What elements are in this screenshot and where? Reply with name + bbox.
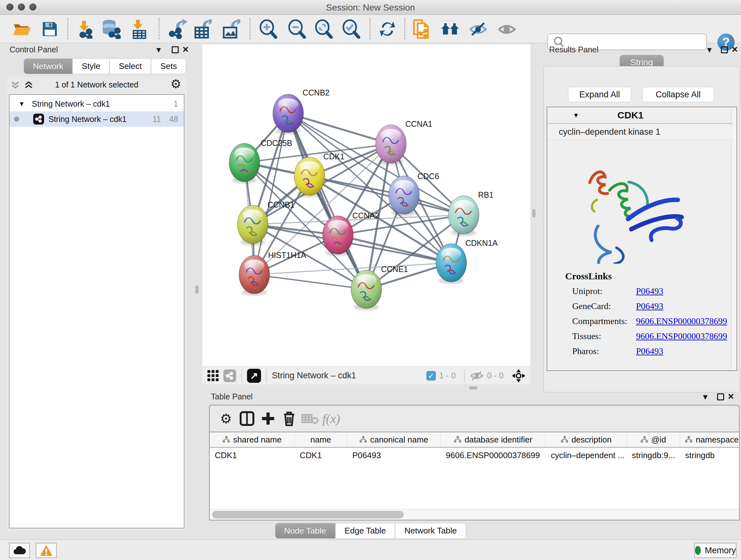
crosslink-link[interactable]: 9606.ENSP00000378699 (636, 331, 727, 341)
zoom-selected-icon[interactable] (341, 19, 361, 39)
expand-all-button[interactable]: Expand All (568, 87, 631, 102)
results-scrollbar[interactable] (731, 108, 736, 370)
first-neighbors-icon[interactable] (440, 19, 460, 39)
tab-node-table[interactable]: Node Table (275, 523, 335, 539)
export-image-icon[interactable] (221, 19, 241, 39)
import-network-database-icon[interactable] (100, 19, 121, 39)
delete-column-icon[interactable] (279, 408, 300, 429)
show-columns-icon[interactable] (237, 408, 258, 429)
panel-float-icon[interactable] (721, 46, 728, 53)
delete-table-icon[interactable] (300, 408, 321, 429)
zoom-in-icon[interactable] (258, 19, 278, 39)
cell-@id[interactable]: stringdb:9... (627, 448, 680, 462)
node-CDC25B[interactable] (229, 143, 260, 184)
tab-select[interactable]: Select (110, 58, 151, 74)
panel-float-icon[interactable] (172, 46, 179, 53)
tab-sets[interactable]: Sets (151, 58, 186, 74)
panel-menu-icon[interactable]: ▾ (156, 44, 161, 55)
panel-menu-icon[interactable]: ▾ (703, 391, 708, 402)
function-builder-icon[interactable]: f(x) (321, 408, 342, 429)
tree-expand-icon[interactable]: ▼ (18, 100, 25, 108)
column-header-@id[interactable]: @id (627, 432, 680, 447)
zoom-fit-icon[interactable] (313, 19, 334, 39)
crosslink-link[interactable]: 9606.ENSP00000378699 (636, 316, 727, 326)
import-network-icon[interactable] (74, 19, 95, 39)
scrollbar-thumb[interactable] (212, 511, 404, 518)
network-graph[interactable]: CCNB2CCNA1CDC25BCDK1CDC6RB1CCNB1CCNA2CDK… (202, 44, 530, 367)
node-CCNA1[interactable] (376, 125, 406, 165)
statusbar-separator (464, 369, 465, 382)
panel-close-icon[interactable]: × (183, 46, 189, 53)
grid-view-icon[interactable] (207, 370, 219, 381)
network-view[interactable]: CCNB2CCNA1CDC25BCDK1CDC6RB1CCNB1CCNA2CDK… (202, 44, 530, 367)
selected-nodes-checkbox-icon[interactable]: ✓ (426, 371, 436, 381)
gene-header-row[interactable]: ▼ CDK1 (547, 107, 733, 124)
splitter-handle[interactable] (195, 286, 199, 294)
table-row[interactable]: CDK1CDK1P064939606.ENSP00000378699cyclin… (210, 448, 740, 462)
export-network-icon[interactable] (167, 19, 188, 39)
node-HIST1H1A[interactable] (239, 255, 270, 296)
add-column-icon[interactable] (258, 408, 279, 429)
tab-edge-table[interactable]: Edge Table (335, 523, 395, 539)
panel-close-icon[interactable]: × (732, 46, 738, 53)
column-header-name[interactable]: name (294, 432, 347, 447)
import-table-icon[interactable] (129, 19, 149, 39)
splitter-handle[interactable] (532, 209, 536, 217)
tab-network[interactable]: Network (23, 58, 72, 74)
column-header-database-identifier[interactable]: database identifier (441, 432, 546, 447)
toolbar-separator (404, 18, 405, 39)
panel-close-icon[interactable]: × (728, 393, 734, 400)
zoom-out-icon[interactable] (286, 19, 307, 39)
table-horizontal-scrollbar[interactable] (210, 509, 739, 520)
node-CCNB1[interactable] (238, 205, 268, 246)
node-label-CCNA1: CCNA1 (405, 119, 432, 128)
cell-database-identifier[interactable]: 9606.ENSP00000378699 (441, 448, 546, 462)
copy-network-icon[interactable] (412, 19, 432, 39)
save-session-icon[interactable] (40, 19, 60, 39)
node-CDKN1A[interactable] (436, 244, 467, 284)
cell-namespace[interactable]: stringdb (680, 448, 740, 462)
node-RB1[interactable] (448, 196, 479, 236)
collapse-all-button[interactable]: Collapse All (642, 87, 714, 102)
node-label-CCNB2: CCNB2 (302, 88, 330, 97)
cell-canonical-name[interactable]: P06493 (347, 448, 441, 462)
column-header-namespace[interactable]: namespace (680, 432, 740, 447)
refresh-icon[interactable] (377, 19, 398, 39)
open-session-icon[interactable] (11, 19, 32, 39)
edge-CCNB2-CCNE1[interactable] (288, 113, 366, 289)
detach-view-icon[interactable]: ↗ (247, 369, 261, 383)
node-CCNB2[interactable] (273, 94, 304, 134)
cloud-status-button[interactable] (9, 543, 30, 558)
node-CCNE1[interactable] (351, 270, 382, 310)
network-view-icon[interactable] (223, 369, 236, 382)
crosslink-link[interactable]: P06493 (636, 301, 664, 311)
column-header-shared-name[interactable]: shared name (210, 432, 294, 447)
network-node-count: 11 (152, 115, 161, 124)
crosslink-link[interactable]: P06493 (636, 346, 664, 356)
memory-button[interactable]: Memory (694, 543, 737, 558)
tab-style[interactable]: Style (72, 58, 110, 74)
export-table-icon[interactable] (192, 19, 213, 39)
cell-shared-name[interactable]: CDK1 (210, 448, 294, 462)
panel-menu-icon[interactable]: ▾ (707, 44, 712, 55)
edge-CCNB2-CCNA1[interactable] (288, 113, 391, 144)
crosslink-link[interactable]: P06493 (636, 286, 664, 296)
column-header-description[interactable]: description (546, 432, 627, 447)
network-collection-row[interactable]: ▼ String Network – cdk1 1 (10, 96, 184, 111)
cell-name[interactable]: CDK1 (294, 448, 347, 462)
table-options-gear-icon[interactable]: ⚙ (215, 408, 237, 429)
birds-eye-toggle-icon[interactable] (511, 368, 526, 383)
tab-network-table[interactable]: Network Table (395, 523, 466, 539)
edge-HIST1H1A-CCNE1[interactable] (254, 274, 366, 289)
column-header-canonical-name[interactable]: canonical name (347, 432, 441, 447)
hide-selected-icon[interactable] (468, 19, 488, 39)
warnings-button[interactable] (36, 543, 57, 558)
gene-collapse-icon[interactable]: ▼ (573, 112, 579, 119)
panel-float-icon[interactable] (717, 393, 724, 400)
network-options-gear-icon[interactable]: ⚙ (171, 77, 181, 91)
splitter-handle[interactable] (469, 386, 477, 389)
network-row-selected[interactable]: String Network – cdk1 11 48 (10, 111, 184, 127)
cell-description[interactable]: cyclin–dependent ... (546, 448, 627, 462)
network-tab-pane: 1 of 1 Network selected ⚙ ▼ String Netwo… (6, 76, 187, 531)
show-all-icon[interactable] (496, 19, 517, 39)
